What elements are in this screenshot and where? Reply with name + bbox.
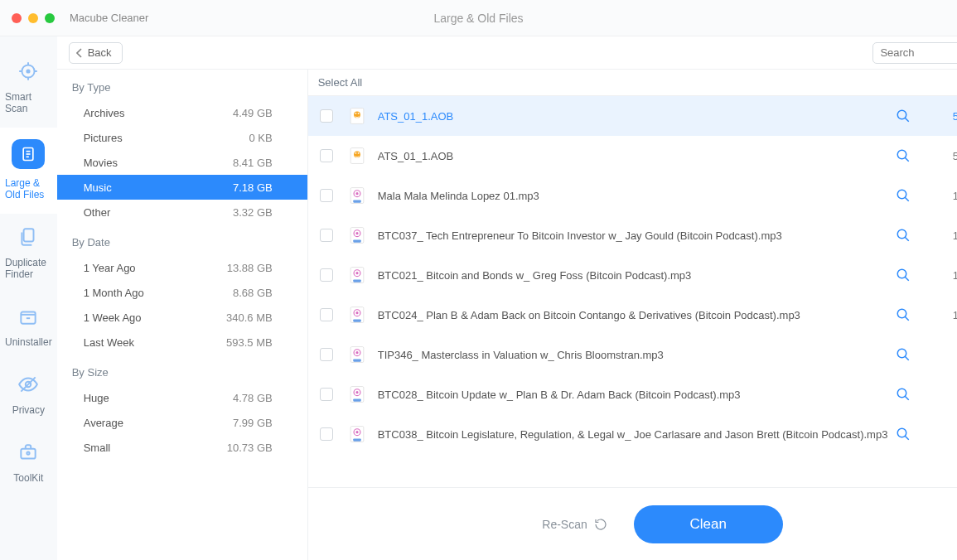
file-row[interactable]: ATS_01_1.AOB506.7 MB [308, 136, 957, 176]
filter-value: 3.32 GB [233, 206, 273, 219]
svg-point-1 [27, 70, 30, 72]
file-row[interactable]: BTC028_ Bitcoin Update w_ Plan B & Dr. A… [308, 374, 957, 414]
svg-point-50 [355, 311, 358, 314]
chevron-left-icon [76, 48, 83, 58]
preview-button[interactable] [896, 347, 911, 362]
filter-group-header: By Type [57, 70, 307, 100]
filter-label: Small [84, 442, 111, 454]
svg-line-53 [906, 316, 910, 321]
svg-line-65 [906, 396, 910, 400]
preview-button[interactable] [896, 307, 911, 322]
filter-row[interactable]: 1 Year Ago13.88 GB [57, 255, 307, 280]
preview-button[interactable] [896, 268, 911, 282]
magnifier-icon [896, 268, 911, 282]
file-name: BTC021_ Bitcoin and Bonds w_ Greg Foss (… [378, 269, 897, 282]
sidebar-item-duplicate-finder[interactable]: Duplicate Finder [0, 214, 57, 293]
file-row[interactable]: BTC037_ Tech Entrepreneur To Bitcoin Inv… [308, 215, 957, 255]
filter-label: 1 Month Ago [84, 287, 144, 299]
file-name: BTC037_ Tech Entrepreneur To Bitcoin Inv… [378, 229, 897, 242]
file-row[interactable]: BTC021_ Bitcoin and Bonds w_ Greg Foss (… [308, 255, 957, 295]
select-all-button[interactable]: Select All [318, 76, 362, 89]
back-button[interactable]: Back [69, 42, 123, 64]
sidebar-item-large-old-files[interactable]: Large & Old Files [0, 128, 57, 214]
filter-label: 1 Week Ago [84, 311, 142, 324]
magnifier-icon [896, 347, 911, 362]
checkbox[interactable] [320, 427, 333, 441]
file-type-icon [348, 306, 366, 324]
filter-row[interactable]: Archives4.49 GB [57, 100, 307, 125]
svg-line-59 [906, 356, 910, 360]
file-list[interactable]: ATS_01_1.AOB506.7 MBATS_01_1.AOB506.7 MB… [308, 96, 957, 487]
sidebar-item-smart-scan[interactable]: Smart Scan [0, 48, 57, 128]
svg-line-71 [906, 436, 910, 440]
file-row[interactable]: ATS_01_1.AOB506.7 MB [308, 96, 957, 136]
svg-point-64 [898, 389, 907, 398]
filter-row[interactable]: 1 Week Ago340.6 MB [57, 305, 307, 330]
file-size: 102.4 MB [932, 309, 957, 321]
preview-button[interactable] [896, 228, 911, 243]
checkbox[interactable] [320, 308, 333, 321]
file-row[interactable]: Mala Mala Melinda Lopez 01.mp3148.7 MB [308, 176, 957, 215]
filter-row[interactable]: Other3.32 GB [57, 200, 307, 224]
file-size: 148.7 MB [932, 190, 957, 202]
filter-row[interactable]: Music7.18 GB [57, 175, 307, 200]
sidebar-item-privacy[interactable]: Privacy [0, 361, 57, 429]
crosshair-icon [17, 60, 40, 83]
sidebar-item-label: Privacy [12, 404, 45, 416]
svg-line-23 [906, 118, 910, 122]
sidebar-item-toolkit[interactable]: ToolKit [0, 429, 57, 497]
preview-button[interactable] [896, 387, 911, 402]
file-type-icon [348, 266, 366, 284]
checkbox[interactable] [320, 189, 333, 202]
sidebar-item-label: Smart Scan [5, 91, 52, 114]
filter-row[interactable]: Pictures0 KB [57, 125, 307, 150]
file-name: TIP346_ Masterclass in Valuation w_ Chri… [378, 349, 897, 361]
filter-value: 0 KB [249, 132, 273, 144]
back-label: Back [88, 46, 112, 59]
filter-row[interactable]: Huge4.78 GB [57, 385, 307, 410]
checkbox[interactable] [320, 149, 333, 162]
maximize-window-button[interactable] [45, 13, 55, 23]
checkbox[interactable] [320, 109, 333, 123]
svg-point-15 [27, 451, 30, 454]
search-box[interactable] [872, 42, 957, 64]
preview-button[interactable] [896, 148, 911, 163]
checkbox[interactable] [320, 348, 333, 361]
window-controls [12, 13, 55, 23]
sidebar-item-uninstaller[interactable]: Uninstaller [0, 293, 57, 361]
filter-value: 10.73 GB [227, 442, 273, 454]
preview-button[interactable] [896, 427, 911, 442]
file-name: BTC038_ Bitcoin Legislature, Regulation,… [378, 428, 897, 441]
filter-label: Average [84, 417, 123, 429]
filter-value: 7.99 GB [233, 417, 273, 429]
preview-button[interactable] [896, 188, 911, 203]
file-row[interactable]: TIP346_ Masterclass in Valuation w_ Chri… [308, 335, 957, 374]
sidebar-item-label: Duplicate Finder [5, 257, 52, 280]
title-bar: Macube Cleaner Large & Old Files [0, 0, 957, 36]
checkbox[interactable] [320, 268, 333, 282]
svg-point-70 [898, 428, 907, 437]
filter-row[interactable]: Movies8.41 GB [57, 150, 307, 175]
magnifier-icon [896, 427, 911, 442]
file-name: BTC028_ Bitcoin Update w_ Plan B & Dr. A… [378, 389, 897, 401]
preview-button[interactable] [896, 109, 911, 123]
file-name: ATS_01_1.AOB [378, 110, 897, 123]
filter-row[interactable]: Small10.73 GB [57, 435, 307, 460]
svg-point-19 [354, 112, 360, 118]
filter-row[interactable]: 1 Month Ago8.68 GB [57, 280, 307, 305]
file-row[interactable]: BTC038_ Bitcoin Legislature, Regulation,… [308, 414, 957, 454]
svg-point-21 [357, 113, 359, 114]
svg-rect-14 [22, 449, 36, 459]
checkbox[interactable] [320, 229, 333, 242]
clean-button[interactable]: Clean [634, 505, 783, 543]
file-row[interactable]: BTC024_ Plan B & Adam Back on Bitcoin Co… [308, 295, 957, 335]
search-input[interactable] [880, 46, 957, 59]
checkbox[interactable] [320, 388, 333, 401]
close-window-button[interactable] [12, 13, 22, 23]
filter-row[interactable]: Last Week593.5 MB [57, 330, 307, 355]
magnifier-icon [896, 307, 911, 322]
rescan-button[interactable]: Re-Scan [542, 518, 607, 531]
footer: Re-Scan Clean [308, 487, 957, 560]
minimize-window-button[interactable] [28, 13, 38, 23]
filter-row[interactable]: Average7.99 GB [57, 410, 307, 435]
